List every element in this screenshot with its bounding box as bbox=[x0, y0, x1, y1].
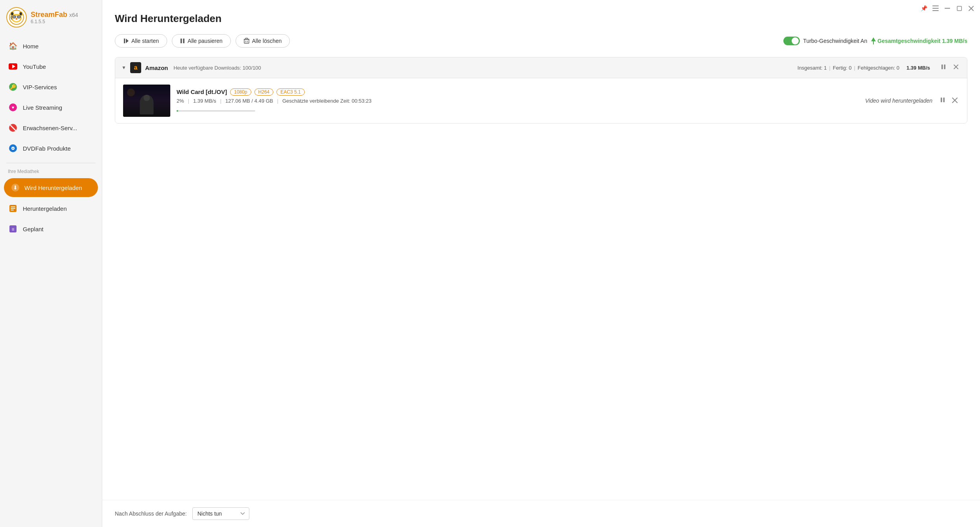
turbo-label: Turbo-Geschwindigkeit An bbox=[803, 38, 867, 44]
svg-point-6 bbox=[20, 12, 22, 15]
svg-point-12 bbox=[18, 17, 20, 18]
sidebar-item-planned-label: Geplant bbox=[23, 226, 44, 232]
item-info: Wild Card [dt./OV] 1080p H264 EAC3 5.1 2… bbox=[177, 88, 859, 113]
adult-icon bbox=[8, 123, 18, 133]
svg-rect-34 bbox=[932, 8, 939, 9]
pause-all-button[interactable]: Alle pausieren bbox=[172, 34, 231, 48]
downloaded-icon bbox=[8, 203, 18, 214]
svg-text:🔑: 🔑 bbox=[10, 84, 17, 90]
svg-rect-40 bbox=[181, 39, 182, 43]
svg-rect-30 bbox=[11, 210, 14, 210]
close-button[interactable] bbox=[967, 4, 975, 13]
svg-rect-29 bbox=[11, 208, 15, 209]
item-title-row: Wild Card [dt./OV] 1080p H264 EAC3 5.1 bbox=[177, 88, 859, 96]
sidebar-item-home[interactable]: 🏠 Home bbox=[0, 37, 102, 55]
sidebar-item-live-label: Live Streaming bbox=[23, 104, 62, 111]
sidebar-item-downloaded[interactable]: Heruntergeladen bbox=[0, 199, 102, 218]
section-close-btn[interactable] bbox=[951, 63, 961, 72]
svg-rect-28 bbox=[11, 206, 15, 207]
menu-button[interactable] bbox=[931, 4, 940, 13]
stat-failed: Fehlgeschlagen: 0 bbox=[858, 65, 899, 71]
footer-label: Nach Abschluss der Aufgabe: bbox=[115, 510, 187, 517]
app-title-group: StreamFab x64 6.1.5.5 bbox=[31, 11, 78, 24]
section-header: ▼ a Amazon Heute verfügbare Downloads: 1… bbox=[115, 57, 967, 78]
svg-rect-35 bbox=[932, 10, 939, 11]
sidebar: StreamFab x64 6.1.5.5 🏠 Home YouTube 🔑 V… bbox=[0, 0, 102, 527]
svg-rect-49 bbox=[944, 64, 946, 69]
collapse-button[interactable]: ▼ bbox=[122, 65, 126, 70]
dvdfab-icon bbox=[8, 143, 18, 153]
sidebar-item-dvdfab-label: DVDFab Produkte bbox=[23, 145, 71, 152]
sidebar-item-live[interactable]: ♥ Live Streaming bbox=[0, 98, 102, 117]
section-speed: 1.39 MB/s bbox=[906, 65, 930, 71]
section-actions bbox=[939, 63, 961, 72]
after-task-select[interactable]: Nichts tun Herunterfahren Ruhezustand Be… bbox=[192, 507, 249, 520]
section-service: Amazon bbox=[145, 64, 168, 71]
section-pause-btn[interactable] bbox=[939, 63, 948, 72]
youtube-icon bbox=[8, 61, 18, 72]
restore-button[interactable] bbox=[955, 4, 963, 13]
item-pause-button[interactable] bbox=[939, 96, 947, 106]
sidebar-item-vip[interactable]: 🔑 VIP-Services bbox=[0, 77, 102, 96]
logo-icon bbox=[6, 7, 27, 28]
item-thumbnail bbox=[123, 85, 170, 117]
sidebar-item-downloading[interactable]: ⬇ Wird Heruntergeladen bbox=[4, 178, 98, 197]
turbo-toggle: Turbo-Geschwindigkeit An bbox=[783, 37, 867, 45]
sidebar-item-adult-label: Erwachsenen-Serv... bbox=[23, 125, 77, 131]
table-row: Wild Card [dt./OV] 1080p H264 EAC3 5.1 2… bbox=[115, 78, 967, 123]
sidebar-item-planned[interactable]: ≡ Geplant bbox=[0, 219, 102, 238]
badge-resolution: 1080p bbox=[230, 88, 251, 96]
svg-point-13 bbox=[16, 18, 18, 20]
svg-point-5 bbox=[11, 12, 13, 15]
turbo-area: Turbo-Geschwindigkeit An Gesamtgeschwind… bbox=[783, 37, 967, 45]
item-controls bbox=[939, 96, 959, 106]
svg-rect-33 bbox=[932, 6, 939, 6]
amazon-icon: a bbox=[130, 62, 141, 73]
pin-button[interactable]: 📌 bbox=[919, 4, 928, 13]
amazon-section: ▼ a Amazon Heute verfügbare Downloads: 1… bbox=[115, 57, 967, 123]
sidebar-item-adult[interactable]: Erwachsenen-Serv... bbox=[0, 118, 102, 137]
section-stats: Insgesamt: 1 | Fertig: 0 | Fehlgeschlage… bbox=[798, 65, 930, 71]
nav-menu: 🏠 Home YouTube 🔑 VIP-Services ♥ Live Str… bbox=[0, 35, 102, 160]
svg-rect-52 bbox=[941, 98, 942, 102]
live-icon: ♥ bbox=[8, 102, 18, 112]
svg-rect-44 bbox=[245, 38, 248, 39]
app-name: StreamFab x64 bbox=[31, 11, 78, 19]
item-status: Video wird heruntergeladen bbox=[865, 98, 932, 104]
minimize-button[interactable] bbox=[943, 4, 952, 13]
delete-all-button[interactable]: Alle löschen bbox=[236, 34, 290, 48]
svg-text:≡: ≡ bbox=[11, 227, 14, 232]
item-speed: 1.39 MB/s bbox=[193, 98, 216, 104]
sidebar-item-youtube[interactable]: YouTube bbox=[0, 57, 102, 76]
library-label: Ihre Mediathek bbox=[0, 166, 102, 175]
sidebar-item-downloaded-label: Heruntergeladen bbox=[23, 205, 67, 212]
library-nav: ⬇ Wird Heruntergeladen Heruntergeladen ≡… bbox=[0, 175, 102, 240]
svg-point-24 bbox=[13, 148, 14, 149]
sidebar-item-dvdfab[interactable]: DVDFab Produkte bbox=[0, 139, 102, 158]
sidebar-item-youtube-label: YouTube bbox=[23, 63, 46, 70]
start-all-button[interactable]: Alle starten bbox=[115, 34, 167, 48]
item-title: Wild Card [dt./OV] bbox=[177, 88, 227, 95]
titlebar: 📌 bbox=[915, 0, 980, 17]
planned-icon: ≡ bbox=[8, 224, 18, 234]
badge-codec: H264 bbox=[254, 88, 274, 96]
downloading-icon: ⬇ bbox=[10, 182, 20, 193]
item-progress-row: 2% | 1.39 MB/s | 127.06 MB / 4.49 GB | G… bbox=[177, 98, 859, 104]
item-remaining: Geschätzte verbleibende Zeit: 00:53:23 bbox=[282, 98, 372, 104]
svg-marker-47 bbox=[871, 37, 876, 44]
toolbar: Alle starten Alle pausieren Alle löschen… bbox=[115, 34, 967, 48]
turbo-switch[interactable] bbox=[783, 37, 800, 45]
svg-rect-48 bbox=[941, 64, 943, 69]
stat-total: Insgesamt: 1 bbox=[798, 65, 827, 71]
svg-text:⬇: ⬇ bbox=[13, 184, 18, 191]
sidebar-divider bbox=[6, 163, 96, 163]
svg-rect-36 bbox=[945, 8, 950, 9]
section-downloads-today: Heute verfügbare Downloads: 100/100 bbox=[173, 65, 261, 71]
svg-rect-53 bbox=[943, 98, 945, 102]
svg-rect-37 bbox=[957, 6, 962, 11]
item-downloaded: 127.06 MB / 4.49 GB bbox=[225, 98, 273, 104]
sidebar-item-downloading-label: Wird Heruntergeladen bbox=[24, 184, 82, 191]
progress-bar bbox=[177, 110, 255, 112]
item-remove-button[interactable] bbox=[951, 96, 959, 106]
svg-rect-41 bbox=[183, 39, 185, 43]
